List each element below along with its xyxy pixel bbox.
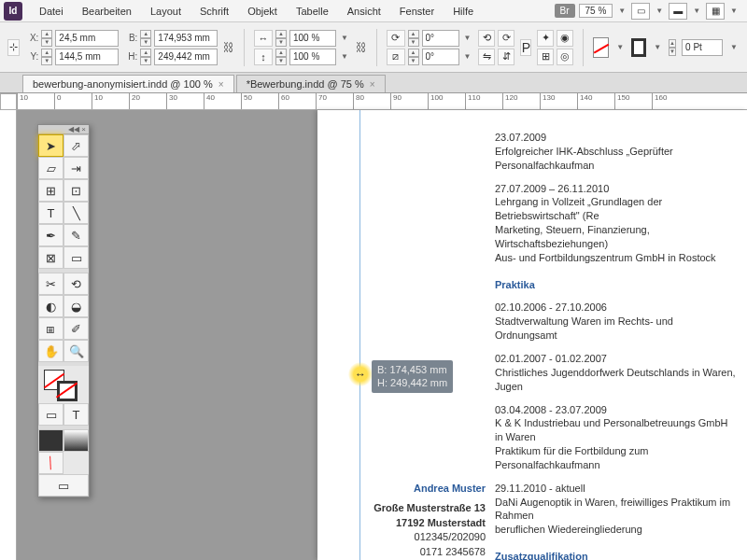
rot-spinner[interactable]: ▲▼ [408, 30, 419, 47]
chevron-down-icon[interactable]: ▼ [339, 52, 350, 61]
hand-tool[interactable]: ✋ [38, 340, 63, 362]
gradient-swatch-tool[interactable]: ◐ [38, 295, 63, 317]
close-icon[interactable]: × [370, 79, 375, 90]
ruler-vertical[interactable] [0, 110, 17, 560]
pen-tool[interactable]: ✒ [38, 224, 63, 246]
content-collector-tool[interactable]: ⊞ [38, 179, 63, 202]
ruler-horizontal[interactable]: 1001020304050607080901001101201301401501… [17, 93, 747, 110]
workspace[interactable]: ◀◀ × ➤ ⬀ ▱ ⇥ ⊞ ⊡ T ╲ ✒ ✎ ⊠ ▭ ✂ ⟲ ◐ ◒ 🗉 ✐… [0, 110, 747, 560]
gradient-feather-tool[interactable]: ◒ [63, 295, 89, 317]
guide-vertical[interactable] [359, 110, 360, 560]
scale-y-input[interactable] [289, 49, 336, 65]
stroke-swatch[interactable] [631, 38, 646, 57]
fill-stroke-swap[interactable] [38, 366, 89, 403]
direct-selection-tool[interactable]: ⬀ [63, 134, 89, 157]
sy-spinner[interactable]: ▲▼ [275, 49, 287, 65]
zoom-tool[interactable]: 🔍 [63, 340, 89, 362]
y-input[interactable] [55, 49, 119, 65]
y-spinner[interactable]: ▲▼ [41, 49, 52, 65]
gap-tool[interactable]: ⇥ [63, 157, 89, 179]
tab-bewerbung-anon[interactable]: bewerbung-anonymisiert.indd @ 100 %× [22, 75, 234, 92]
x-spinner[interactable]: ▲▼ [41, 30, 52, 47]
screen-mode-icon[interactable]: ▬ [669, 3, 687, 20]
content-placer-tool[interactable]: ⊡ [63, 179, 89, 202]
eyedropper-tool[interactable]: ✐ [63, 317, 89, 340]
pencil-tool[interactable]: ✎ [63, 224, 89, 246]
reference-point-icon[interactable]: ⊹ [7, 39, 20, 56]
view-mode-toggle[interactable]: ▭ [38, 474, 89, 497]
note-tool[interactable]: 🗉 [38, 317, 63, 340]
sx-spinner[interactable]: ▲▼ [275, 30, 287, 47]
select-container-icon[interactable]: P [520, 39, 531, 56]
menu-schrift[interactable]: Schrift [190, 2, 238, 21]
scale-x-input[interactable] [289, 30, 336, 47]
x-input[interactable] [55, 30, 119, 47]
rectangle-frame-tool[interactable]: ⊠ [38, 246, 63, 269]
menu-tabelle[interactable]: Tabelle [287, 2, 338, 21]
opt4-icon[interactable]: ◎ [557, 49, 573, 65]
chevron-down-icon[interactable]: ▼ [339, 34, 350, 42]
rectangle-tool[interactable]: ▭ [63, 246, 89, 269]
type-tool[interactable]: T [38, 202, 63, 224]
page-tool[interactable]: ▱ [38, 157, 63, 179]
menu-hilfe[interactable]: Hilfe [444, 2, 483, 21]
transform-tool[interactable]: ⟲ [63, 273, 89, 295]
flip-h-icon[interactable]: ⇋ [478, 49, 495, 65]
fill-swatch[interactable] [593, 37, 609, 58]
formatting-container-icon[interactable]: ▭ [38, 403, 63, 426]
rotate-ccw-icon[interactable]: ⟲ [478, 30, 495, 47]
view-mode-icon[interactable]: ▭ [631, 3, 650, 20]
chevron-down-icon[interactable]: ▼ [728, 43, 740, 51]
line-tool[interactable]: ╲ [63, 202, 89, 224]
menu-datei[interactable]: Datei [30, 2, 73, 21]
constrain-link-icon[interactable]: ⛓ [223, 33, 234, 63]
opt1-icon[interactable]: ✦ [537, 30, 554, 47]
scissors-tool[interactable]: ✂ [38, 273, 63, 295]
apply-none-icon[interactable]: ╱ [38, 452, 63, 474]
opt2-icon[interactable]: ◉ [557, 30, 573, 47]
width-input[interactable] [154, 30, 218, 47]
chevron-down-icon[interactable]: ▼ [616, 7, 627, 15]
chevron-down-icon[interactable]: ▼ [462, 34, 473, 42]
shear-spinner[interactable]: ▲▼ [408, 49, 419, 65]
rotate-cw-icon[interactable]: ⟳ [498, 30, 514, 47]
shear-icon: ⧄ [387, 49, 405, 65]
height-input[interactable] [154, 49, 218, 65]
close-icon[interactable]: × [218, 79, 224, 90]
formatting-text-icon[interactable]: T [63, 403, 89, 426]
chevron-down-icon[interactable]: ▼ [691, 7, 702, 15]
bridge-badge[interactable]: Br [555, 4, 575, 18]
menu-bearbeiten[interactable]: Bearbeiten [73, 2, 141, 21]
apply-color-icon[interactable] [38, 429, 63, 452]
y-label: Y: [25, 51, 38, 62]
flip-v-icon[interactable]: ⇵ [498, 49, 514, 65]
apply-gradient-icon[interactable] [63, 429, 89, 452]
chevron-down-icon[interactable]: ▼ [728, 7, 740, 15]
panel-handle[interactable]: ◀◀ × [38, 125, 89, 134]
shear-input[interactable] [422, 49, 459, 65]
menu-fenster[interactable]: Fenster [390, 2, 444, 21]
menu-layout[interactable]: Layout [141, 2, 190, 21]
rotate-icon: ⟳ [387, 30, 405, 47]
section-zusatz: Zusatzqualifikation [495, 550, 736, 560]
stroke-weight-input[interactable] [682, 39, 723, 56]
document-page[interactable]: 23.07.2009 Erfolgreicher IHK-Abschluss „… [317, 110, 747, 560]
chevron-down-icon[interactable]: ▼ [614, 43, 626, 51]
opt3-icon[interactable]: ⊞ [537, 49, 554, 65]
h-spinner[interactable]: ▲▼ [140, 49, 151, 65]
stroke-spinner[interactable]: ▲▼ [669, 39, 676, 56]
chevron-down-icon[interactable]: ▼ [652, 43, 663, 51]
zoom-select[interactable]: 75 % [579, 4, 613, 18]
constrain-scale-icon[interactable]: ⛓ [356, 33, 367, 63]
menu-objekt[interactable]: Objekt [238, 2, 287, 21]
chevron-down-icon[interactable]: ▼ [462, 52, 473, 61]
chevron-down-icon[interactable]: ▼ [654, 7, 665, 15]
ruler-origin[interactable] [0, 93, 17, 110]
w-spinner[interactable]: ▲▼ [140, 30, 151, 47]
rotation-input[interactable] [422, 30, 459, 47]
menu-ansicht[interactable]: Ansicht [338, 2, 390, 21]
selection-tool[interactable]: ➤ [38, 134, 63, 157]
arrange-icon[interactable]: ▦ [706, 3, 725, 20]
tab-bewerbung[interactable]: *Bewerbung.indd @ 75 %× [236, 75, 386, 92]
cursor-highlight: ↔ [348, 362, 373, 386]
